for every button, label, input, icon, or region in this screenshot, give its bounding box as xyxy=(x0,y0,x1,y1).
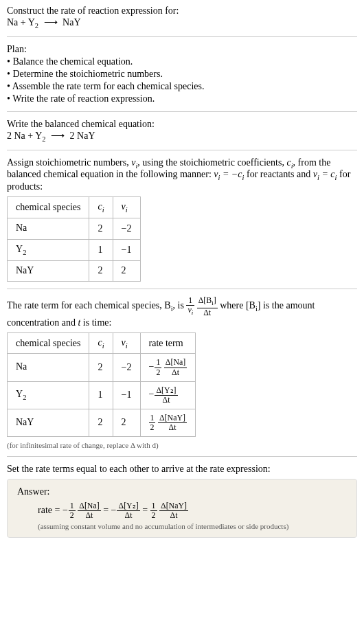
cell-rate: −12 Δ[Na]Δt xyxy=(140,354,196,381)
balanced-equation: 2 Na + Y2 ⟶ 2 NaY xyxy=(7,130,357,143)
plan-list: • Balance the chemical equation. • Deter… xyxy=(7,56,357,104)
c-i: ci xyxy=(286,157,293,168)
cell-species: Y2 xyxy=(8,239,89,260)
divider xyxy=(7,289,357,289)
coef: 2 xyxy=(7,131,14,141)
cell-c: 2 xyxy=(89,354,113,381)
table-row: Y2 1 −1 −Δ[Y₂]Δt xyxy=(8,381,196,409)
species-y2: Y2 xyxy=(28,17,38,27)
answer-title: Answer: xyxy=(17,486,347,497)
plan-item: • Assemble the rate term for each chemic… xyxy=(7,81,357,92)
header-section: Construct the rate of reaction expressio… xyxy=(7,5,357,30)
cell-c: 1 xyxy=(89,239,113,260)
divider xyxy=(7,111,357,112)
cell-c: 1 xyxy=(89,381,113,409)
cell-nu: −1 xyxy=(113,239,140,260)
cell-species: NaY xyxy=(8,260,89,282)
divider xyxy=(7,456,357,457)
plan-title: Plan: xyxy=(7,44,357,55)
cell-nu: −2 xyxy=(113,218,140,239)
cell-nu: −2 xyxy=(113,354,140,381)
table-header-row: chemical species ci νi xyxy=(8,197,141,218)
divider xyxy=(7,36,357,37)
species-na: Na xyxy=(7,17,18,27)
cell-nu: 2 xyxy=(113,260,140,282)
species-y2: Y2 xyxy=(35,131,45,141)
table-row: Na 2 −2 −12 Δ[Na]Δt xyxy=(8,354,196,381)
rateterm-section: The rate term for each chemical species,… xyxy=(7,296,357,449)
species-nay: NaY xyxy=(77,131,95,141)
unbalanced-equation: Na + Y2 ⟶ NaY xyxy=(7,16,357,30)
species-nay: NaY xyxy=(62,17,80,27)
cell-species: Na xyxy=(8,354,89,381)
col-nu: νi xyxy=(113,332,140,354)
cell-nu: −1 xyxy=(113,381,140,409)
balanced-section: Write the balanced chemical equation: 2 … xyxy=(7,119,357,143)
answer-box: Answer: rate = −12 Δ[Na]Δt = −Δ[Y₂]Δt = … xyxy=(7,479,357,538)
plus: + xyxy=(25,131,35,141)
frac-delta-b: Δ[Bi]Δt xyxy=(197,296,218,317)
assign-section: Assign stoichiometric numbers, νi, using… xyxy=(7,157,357,282)
table-row: NaY 2 2 12 Δ[NaY]Δt xyxy=(8,409,196,436)
arrow-icon: ⟶ xyxy=(44,16,58,28)
text: for reactants and xyxy=(244,169,312,179)
answer-equation: rate = −12 Δ[Na]Δt = −Δ[Y₂]Δt = 12 Δ[NaY… xyxy=(38,501,347,520)
cell-c: 2 xyxy=(89,218,113,239)
frac-one-over-nu: 1νi xyxy=(186,296,194,317)
plan-section: Plan: • Balance the chemical equation. •… xyxy=(7,44,357,104)
cell-rate: −Δ[Y₂]Δt xyxy=(140,381,196,409)
cell-rate: 12 Δ[NaY]Δt xyxy=(140,409,196,436)
eq-product: νi = ci xyxy=(313,169,337,179)
cell-nu: 2 xyxy=(113,409,140,436)
text: , using the stoichiometric coefficients, xyxy=(137,157,286,168)
col-species: chemical species xyxy=(8,332,89,354)
cell-species: NaY xyxy=(8,409,89,436)
cell-c: 2 xyxy=(89,260,113,282)
text: , is xyxy=(173,301,187,311)
plan-item: • Balance the chemical equation. xyxy=(7,56,357,67)
text: is time: xyxy=(80,317,111,328)
table-note: (for infinitesimal rate of change, repla… xyxy=(7,441,357,449)
table-row: NaY 2 2 xyxy=(8,260,141,282)
text: where [B xyxy=(220,301,255,311)
setequal-section: Set the rate terms equal to each other t… xyxy=(7,464,357,538)
setequal-text: Set the rate terms equal to each other t… xyxy=(7,464,357,475)
text: Assign stoichiometric numbers, xyxy=(7,157,131,168)
answer-note: (assuming constant volume and no accumul… xyxy=(38,522,347,530)
divider xyxy=(7,150,357,150)
nu-i: νi xyxy=(131,157,137,168)
cell-c: 2 xyxy=(89,409,113,436)
cell-species: Na xyxy=(8,218,89,239)
rate-label: rate = xyxy=(38,505,62,515)
coef: 2 xyxy=(70,131,78,141)
balanced-title: Write the balanced chemical equation: xyxy=(7,119,357,130)
col-c: ci xyxy=(89,197,113,218)
stoich-table: chemical species ci νi Na 2 −2 Y2 1 −1 N… xyxy=(7,196,141,282)
col-c: ci xyxy=(89,332,113,354)
rate-table: chemical species ci νi rate term Na 2 −2… xyxy=(7,332,196,437)
cell-species: Y2 xyxy=(8,381,89,409)
species-na: Na xyxy=(14,131,25,141)
table-row: Na 2 −2 xyxy=(8,218,141,239)
plan-item: • Determine the stoichiometric numbers. xyxy=(7,69,357,80)
col-species: chemical species xyxy=(8,197,89,218)
prompt: Construct the rate of reaction expressio… xyxy=(7,5,357,16)
plus: + xyxy=(18,17,27,27)
col-rate: rate term xyxy=(140,332,196,354)
plan-item: • Write the rate of reaction expression. xyxy=(7,93,357,104)
table-row: Y2 1 −1 xyxy=(8,239,141,260)
eq-reactant: νi = −ci xyxy=(214,169,244,179)
text: The rate term for each chemical species,… xyxy=(7,301,171,311)
table-header-row: chemical species ci νi rate term xyxy=(8,332,196,354)
arrow-icon: ⟶ xyxy=(51,130,65,142)
col-nu: νi xyxy=(113,197,140,218)
